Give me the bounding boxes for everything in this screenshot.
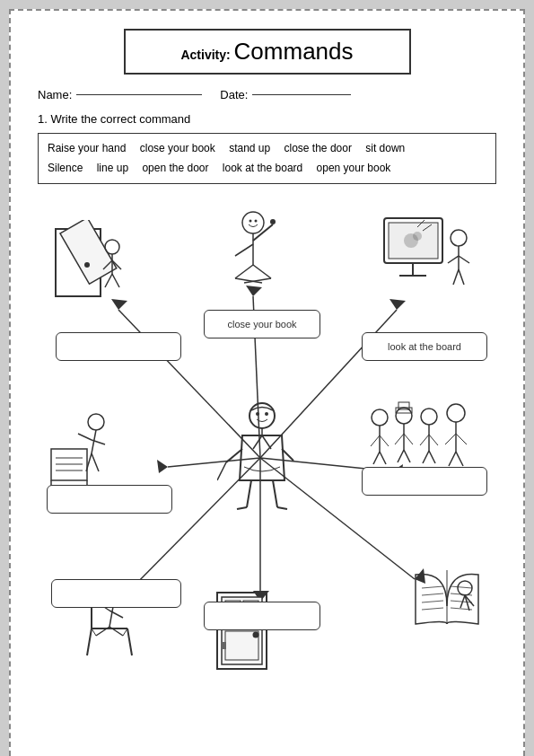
svg-line-112 [123,629,127,636]
svg-line-45 [459,269,464,285]
svg-point-82 [447,404,465,422]
title-box: Activity: Commands [124,29,411,75]
svg-line-67 [380,452,386,464]
illustration-book [411,561,483,642]
svg-line-64 [371,435,380,446]
word-8: open the door [142,162,208,174]
svg-line-30 [235,265,253,278]
svg-line-87 [456,452,463,466]
svg-line-124 [422,593,443,595]
svg-marker-11 [157,460,168,473]
answer-box-1[interactable] [56,332,181,361]
answer-box-7[interactable] [204,602,320,630]
svg-line-127 [451,586,472,588]
svg-line-43 [459,256,469,263]
answer-box-4[interactable] [47,485,172,514]
answer-box-5[interactable] [362,467,487,496]
svg-line-86 [449,452,456,466]
svg-point-19 [105,240,119,254]
activity-area: close your book look at the board [38,193,496,714]
svg-line-94 [226,449,242,462]
svg-point-118 [253,632,259,638]
svg-line-100 [277,507,287,509]
svg-line-71 [404,434,413,444]
svg-line-72 [398,450,404,462]
svg-line-44 [453,269,459,285]
svg-line-23 [105,274,112,287]
svg-point-90 [265,412,268,416]
svg-line-125 [422,601,443,602]
answer-3-text: look at the board [388,341,461,352]
svg-rect-120 [222,642,226,649]
illustration-open-door [51,220,132,310]
answer-box-6[interactable] [51,579,181,608]
illustration-silence [47,409,118,489]
svg-line-95 [217,462,226,480]
standup-svg [217,207,289,296]
date-label: Date: [220,88,248,101]
instruction-text: 1. Write the correct command [38,112,496,126]
board-svg [380,211,478,301]
word-7: line up [97,162,128,174]
svg-line-27 [235,244,253,256]
open-door-svg [51,220,132,310]
word-bank: Raise your hand close your book stand up… [38,133,496,184]
svg-line-80 [423,451,429,463]
word-10: open your book [317,162,391,174]
teacher-svg [217,400,307,516]
word-4: close the door [285,142,352,154]
svg-line-98 [273,480,277,507]
svg-line-79 [429,435,438,445]
name-field: Name: [38,88,202,101]
svg-line-93 [262,435,271,449]
word-2: close your book [140,142,215,154]
name-label: Name: [38,88,72,101]
name-date-row: Name: Date: [38,88,496,101]
svg-point-47 [413,232,422,241]
svg-line-55 [92,453,99,471]
svg-line-84 [445,434,456,444]
svg-line-78 [420,435,429,445]
answer-box-2[interactable]: close your book [204,310,320,338]
svg-point-50 [88,414,104,430]
answer-box-3[interactable]: look at the board [362,332,487,361]
svg-line-81 [429,451,435,463]
svg-line-73 [404,450,410,462]
date-underline[interactable] [252,94,351,95]
word-6: Silence [48,162,83,174]
svg-point-18 [84,262,90,268]
svg-line-66 [373,452,380,464]
svg-line-123 [422,586,443,588]
svg-point-76 [421,409,437,425]
svg-line-103 [127,629,132,655]
svg-point-29 [270,219,276,224]
book-svg [411,561,483,642]
illustration-board [380,211,478,301]
word-3: stand up [229,142,270,154]
svg-line-70 [395,434,404,444]
svg-line-52 [78,434,92,440]
svg-point-68 [396,408,412,424]
svg-line-97 [247,480,251,507]
word-5: sit down [365,142,405,154]
svg-line-126 [422,608,443,610]
svg-line-31 [253,265,271,278]
answer-2-text: close your book [227,319,296,330]
svg-point-35 [255,220,258,223]
svg-point-89 [256,412,259,416]
word-9: look at the board [223,162,302,174]
word-1: Raise your hand [48,142,126,154]
name-underline[interactable] [76,94,202,95]
svg-line-65 [380,435,389,446]
svg-line-102 [87,629,92,655]
svg-line-111 [92,629,96,636]
silence-svg [47,409,118,489]
svg-line-99 [237,507,247,509]
svg-point-40 [451,230,467,246]
title-main: Commands [234,38,354,65]
svg-point-62 [372,409,388,426]
teacher-illustration [217,400,307,507]
date-field: Date: [220,88,351,101]
svg-line-24 [112,274,119,287]
svg-line-85 [456,434,467,444]
